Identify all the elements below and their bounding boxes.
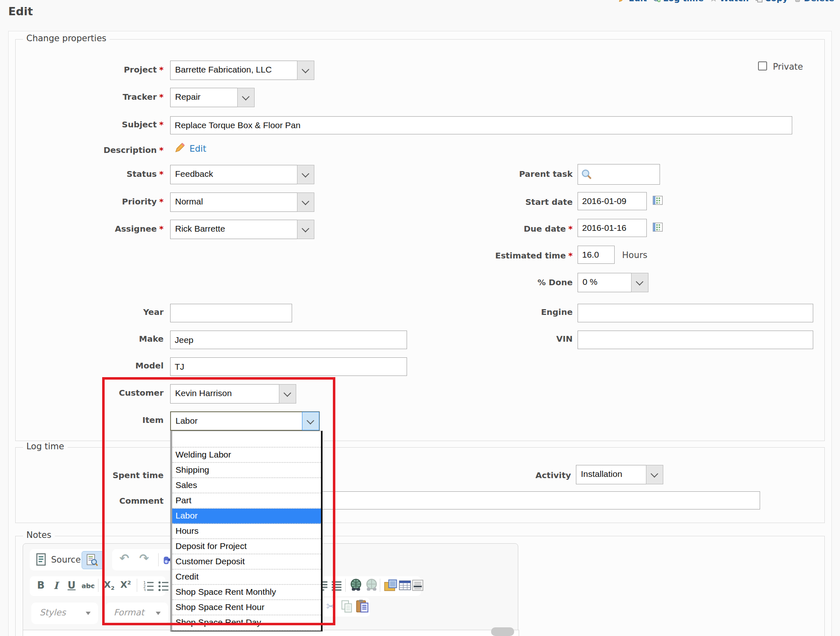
item-option[interactable]: Credit (172, 570, 321, 585)
styles-dropdown[interactable]: Styles (31, 603, 98, 624)
templates-button[interactable] (82, 551, 104, 569)
activity-select[interactable]: Installation (576, 465, 663, 484)
customer-select[interactable]: Kevin Harrison (170, 384, 296, 404)
log-time-fieldset: Log time (15, 447, 825, 523)
private-checkbox[interactable] (758, 61, 767, 70)
tracker-select[interactable]: Repair (170, 88, 255, 107)
item-option[interactable]: Shop Space Rent Hour (172, 600, 321, 615)
chevron-down-icon[interactable] (297, 61, 314, 80)
superscript-button[interactable]: X2 (120, 580, 131, 590)
context-toolbar: Edit Log time Watch Copy Delete (618, 0, 834, 3)
item-option[interactable]: Shop Space Rent Day (172, 615, 321, 631)
pencil-icon (618, 0, 627, 2)
description-edit-link[interactable]: Edit (190, 144, 206, 154)
item-option[interactable]: Welding Labor (172, 448, 321, 463)
bold-button[interactable]: B (37, 580, 44, 591)
year-input[interactable] (170, 304, 292, 322)
redo-icon[interactable]: ↷ (139, 552, 149, 565)
cut-icon[interactable]: ✂ (326, 600, 335, 613)
item-option[interactable]: Deposit for Project (172, 539, 321, 554)
item-option[interactable] (172, 431, 321, 448)
chevron-down-icon[interactable] (237, 88, 255, 107)
chevron-down-icon[interactable] (302, 412, 319, 430)
percent-done-select[interactable]: 0 % (578, 273, 648, 292)
year-label: Year (15, 307, 164, 317)
fieldset-legend: Change properties (23, 33, 110, 43)
priority-label: Priority* (15, 197, 164, 207)
customer-label: Customer (15, 388, 164, 398)
chevron-down-icon (86, 612, 91, 615)
item-select[interactable]: Labor (170, 411, 320, 431)
parent-task-label: Parent task (367, 169, 573, 179)
due-date-label: Due date* (367, 224, 573, 234)
div-container-icon[interactable] (331, 580, 342, 591)
assignee-select[interactable]: Rick Barrette (170, 220, 314, 239)
estimated-time-label: Estimated time* (367, 251, 573, 261)
strikethrough-button[interactable]: abc (82, 582, 95, 590)
chevron-down-icon (156, 612, 161, 615)
start-date-input[interactable] (578, 192, 647, 210)
item-option[interactable]: Part (172, 493, 321, 509)
item-option[interactable]: Hours (172, 524, 321, 539)
copy-doc-icon[interactable] (341, 600, 353, 613)
watch-link[interactable]: Watch (709, 0, 749, 3)
spent-time-label: Spent time (15, 470, 164, 480)
paste-icon[interactable] (356, 599, 369, 613)
delete-link[interactable]: Delete (793, 0, 834, 3)
numbered-list-icon[interactable]: 123 (143, 580, 154, 591)
svg-text:3: 3 (143, 588, 146, 591)
chevron-down-icon[interactable] (279, 384, 296, 404)
bullet-list-icon[interactable] (158, 580, 169, 591)
page-title: Edit (8, 5, 33, 18)
chevron-down-icon[interactable] (297, 165, 314, 184)
item-label: Item (15, 415, 164, 425)
calendar-icon[interactable] (653, 222, 663, 232)
chevron-down-icon[interactable] (631, 273, 648, 292)
undo-icon[interactable]: ↶ (119, 552, 129, 565)
editor-scrollbar-thumb[interactable] (491, 627, 514, 636)
model-input[interactable] (170, 357, 407, 376)
image-icon[interactable] (384, 579, 397, 592)
priority-select[interactable]: Normal (170, 192, 314, 212)
format-dropdown[interactable]: Format (105, 603, 168, 624)
estimated-time-unit: Hours (622, 250, 648, 260)
source-button[interactable]: Source (51, 555, 81, 565)
italic-button[interactable]: I (54, 580, 58, 591)
vin-input[interactable] (578, 331, 813, 349)
engine-input[interactable] (578, 304, 813, 322)
underline-button[interactable]: U (68, 580, 76, 591)
log-time-link[interactable]: Log time (653, 0, 704, 3)
horizontal-rule-icon[interactable] (412, 580, 424, 591)
table-icon[interactable] (399, 580, 411, 591)
due-date-input[interactable] (578, 219, 647, 237)
activity-label: Activity (365, 470, 571, 480)
project-select[interactable]: Barrette Fabrication, LLC (170, 61, 314, 80)
calendar-icon[interactable] (653, 195, 663, 205)
edit-link[interactable]: Edit (618, 0, 647, 3)
subscript-button[interactable]: X2 (104, 580, 115, 591)
description-label: Description* (15, 145, 164, 155)
clock-plus-icon (653, 0, 661, 2)
chevron-down-icon[interactable] (297, 192, 314, 212)
unlink-icon[interactable] (365, 579, 378, 592)
subject-input[interactable] (170, 116, 792, 134)
private-label: Private (773, 62, 803, 72)
item-option[interactable]: Shipping (172, 463, 321, 478)
status-label: Status* (15, 169, 164, 179)
link-icon[interactable] (349, 579, 363, 592)
item-option-selected[interactable]: Labor (172, 509, 321, 524)
item-option[interactable]: Shop Space Rent Monthly (172, 585, 321, 600)
copy-link[interactable]: Copy (755, 0, 788, 3)
copy-icon (755, 0, 763, 2)
estimated-time-input[interactable] (578, 246, 615, 264)
status-select[interactable]: Feedback (170, 165, 314, 184)
parent-task-input[interactable] (578, 164, 660, 185)
make-label: Make (15, 334, 164, 344)
engine-label: Engine (367, 307, 573, 317)
item-option[interactable]: Customer Deposit (172, 554, 321, 570)
chevron-down-icon[interactable] (297, 220, 314, 239)
item-option[interactable]: Sales (172, 478, 321, 493)
tracker-label: Tracker* (15, 92, 164, 102)
chevron-down-icon[interactable] (646, 465, 663, 484)
vin-label: VIN (367, 334, 573, 344)
